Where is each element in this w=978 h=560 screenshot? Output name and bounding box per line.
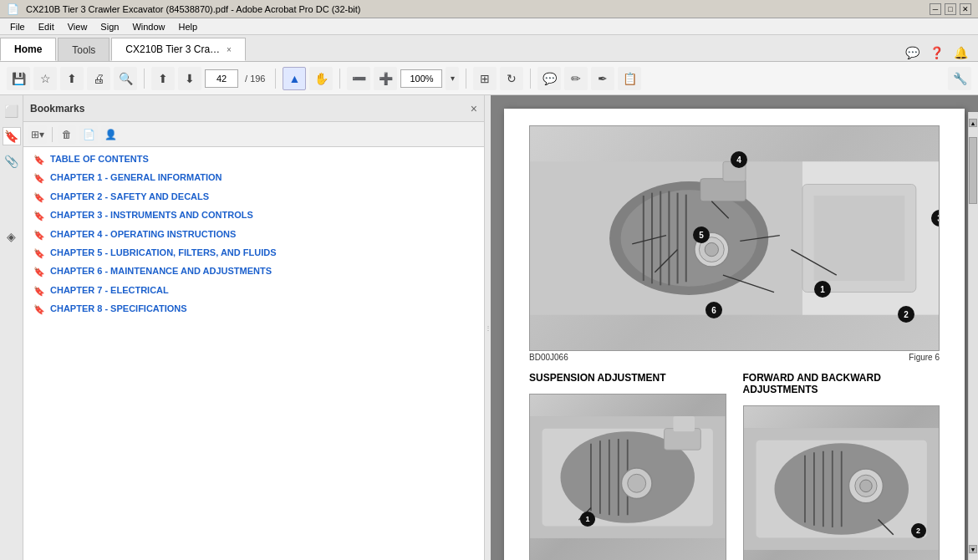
next-page-button[interactable]: ⬇ xyxy=(178,67,201,90)
page-number-input[interactable] xyxy=(205,69,238,88)
stamp-tool-button[interactable]: 📋 xyxy=(618,67,641,90)
svg-rect-16 xyxy=(814,196,905,281)
bookmark-ch1[interactable]: 🔖 CHAPTER 1 - GENERAL INFORMATION xyxy=(23,169,484,187)
bookmarks-list: 🔖 TABLE OF CONTENTS 🔖 CHAPTER 1 - GENERA… xyxy=(23,147,484,560)
toolbar: 💾 ☆ ⬆ 🖨 🔍 ⬆ ⬇ / 196 ▲ ✋ ➖ ➕ ▾ ⊞ ↻ 💬 ✏ ✒ … xyxy=(0,62,978,95)
num-circle-6: 6 xyxy=(705,302,722,318)
tab-tools[interactable]: Tools xyxy=(58,38,110,61)
bookmark-icon-ch8: 🔖 xyxy=(33,303,45,316)
bookmarks-close-button[interactable]: × xyxy=(471,102,477,115)
close-button[interactable]: ✕ xyxy=(960,3,971,15)
menu-bar: File Edit View Sign Window Help xyxy=(0,18,978,35)
notification-icon[interactable]: 🔔 xyxy=(954,46,968,59)
tab-home[interactable]: Home xyxy=(0,38,56,61)
page-total: / 196 xyxy=(245,74,265,84)
bookmark-icon-ch2: 🔖 xyxy=(33,191,45,204)
bookmarks-title: Bookmarks xyxy=(30,103,84,115)
toolbar-separator-2 xyxy=(275,69,276,89)
toolbar-separator-5 xyxy=(530,69,531,89)
svg-point-12 xyxy=(705,242,718,256)
draw-tool-button[interactable]: ✏ xyxy=(564,67,588,90)
bookmark-ch6[interactable]: 🔖 CHAPTER 6 - MAINTENANCE AND ADJUSTMENT… xyxy=(23,262,484,281)
bm-delete-btn[interactable]: 🗑 xyxy=(58,125,76,144)
bookmarks-icon-button[interactable]: 🔖 xyxy=(3,127,21,145)
bookmark-ch8[interactable]: 🔖 CHAPTER 8 - SPECIFICATIONS xyxy=(23,300,484,318)
tab-close-button[interactable]: × xyxy=(227,45,232,54)
right-sub-image: 2 xyxy=(743,405,940,560)
num-circle-1: 1 xyxy=(814,281,831,298)
svg-point-46 xyxy=(859,480,872,492)
prev-page-button[interactable]: ⬆ xyxy=(151,67,175,90)
bookmark-icon-ch4: 🔖 xyxy=(33,229,45,242)
menu-window[interactable]: Window xyxy=(125,20,171,33)
hand-tool-button[interactable]: ✋ xyxy=(309,67,333,90)
zoom-input[interactable] xyxy=(400,69,442,88)
left-column: SUSPENSION ADJUSTMENT xyxy=(529,372,726,560)
svg-point-3 xyxy=(621,190,757,286)
more-tools-button[interactable]: 🔧 xyxy=(948,67,971,90)
section1-title: SUSPENSION ADJUSTMENT xyxy=(529,372,726,384)
maximize-button[interactable]: □ xyxy=(945,3,956,15)
figure-label: BD00J066 xyxy=(529,353,568,362)
bm-sep-1 xyxy=(52,127,53,142)
menu-edit[interactable]: Edit xyxy=(32,20,61,33)
upload-button[interactable]: ⬆ xyxy=(60,67,84,90)
sign-tool-button[interactable]: ✒ xyxy=(591,67,614,90)
minimize-button[interactable]: ─ xyxy=(930,3,941,15)
bookmark-button[interactable]: ☆ xyxy=(33,67,57,90)
attachments-icon-button[interactable]: 📎 xyxy=(3,152,21,171)
left-sub-image: 1 xyxy=(529,394,726,560)
bookmark-ch4[interactable]: 🔖 CHAPTER 4 - OPERATING INSTRUCTIONS xyxy=(23,226,484,244)
bookmark-ch7[interactable]: 🔖 CHAPTER 7 - ELECTRICAL xyxy=(23,282,484,300)
sidebar-resize-handle[interactable]: ⋮ xyxy=(484,95,491,560)
right-column: FORWARD AND BACKWARD ADJUSTMENTS xyxy=(743,372,940,560)
pdf-page: 1 2 3 4 5 6 9 BD00J066 Figure 6 SUSPENSI… xyxy=(504,109,965,560)
toolbar-separator-4 xyxy=(466,69,466,89)
search-button[interactable]: 🔍 xyxy=(114,67,137,90)
main-figure-image: 1 2 3 4 5 6 9 xyxy=(529,125,940,351)
layers-icon-button[interactable]: ◈ xyxy=(3,227,21,246)
menu-view[interactable]: View xyxy=(61,20,94,33)
bookmark-ch5[interactable]: 🔖 CHAPTER 5 - LUBRICATION, FILTERS, AND … xyxy=(23,244,484,262)
save-button[interactable]: 💾 xyxy=(7,67,30,90)
bm-props-btn[interactable]: 👤 xyxy=(101,125,120,144)
pdf-content-area[interactable]: 1 2 3 4 5 6 9 BD00J066 Figure 6 SUSPENSI… xyxy=(491,95,978,560)
num-circle-2: 2 xyxy=(898,306,914,323)
bookmark-icon-ch5: 🔖 xyxy=(33,247,45,260)
help-icon[interactable]: ❓ xyxy=(930,46,944,59)
rotate-button[interactable]: ↻ xyxy=(500,67,523,90)
zoom-in-button[interactable]: ➕ xyxy=(374,67,397,90)
zoom-out-button[interactable]: ➖ xyxy=(347,67,370,90)
bm-add-btn[interactable]: 📄 xyxy=(79,125,98,144)
bookmark-ch2[interactable]: 🔖 CHAPTER 2 - SAFETY AND DECALS xyxy=(23,188,484,206)
bookmark-toc[interactable]: 🔖 TABLE OF CONTENTS xyxy=(23,150,484,169)
tab-document[interactable]: CX210B Tier 3 Cra… × xyxy=(111,38,246,61)
bookmark-icon-ch3: 🔖 xyxy=(33,210,45,222)
menu-file[interactable]: File xyxy=(3,20,32,33)
bookmarks-toolbar: ⊞▾ 🗑 📄 👤 xyxy=(23,122,484,147)
print-button[interactable]: 🖨 xyxy=(87,67,110,90)
two-column-section: SUSPENSION ADJUSTMENT xyxy=(529,372,940,560)
select-tool-button[interactable]: ▲ xyxy=(283,67,306,90)
bookmark-ch3[interactable]: 🔖 CHAPTER 3 - INSTRUMENTS AND CONTROLS xyxy=(23,206,484,225)
figure-caption: BD00J066 Figure 6 xyxy=(529,353,940,362)
bookmark-icon-ch6: 🔖 xyxy=(33,266,45,278)
sidebar-icon-rail: ⬜ 🔖 📎 ◈ xyxy=(0,95,23,560)
menu-help[interactable]: Help xyxy=(172,20,205,33)
toolbar-separator-3 xyxy=(339,69,340,89)
left-num-1: 1 xyxy=(580,512,595,527)
toolbar-separator-1 xyxy=(144,69,145,89)
svg-rect-33 xyxy=(665,429,701,451)
menu-sign[interactable]: Sign xyxy=(94,20,125,33)
main-layout: ⬜ 🔖 📎 ◈ Bookmarks × ⊞▾ 🗑 📄 👤 🔖 TABLE OF … xyxy=(0,95,978,560)
comment-icon[interactable]: 💬 xyxy=(905,46,919,59)
pages-icon-button[interactable]: ⬜ xyxy=(3,102,21,120)
fit-page-button[interactable]: ⊞ xyxy=(473,67,497,90)
bookmark-icon-ch7: 🔖 xyxy=(33,285,45,298)
comment-tool-button[interactable]: 💬 xyxy=(537,67,561,90)
section2-title: FORWARD AND BACKWARD ADJUSTMENTS xyxy=(743,372,940,395)
pdf-figure-area: 1 2 3 4 5 6 9 BD00J066 Figure 6 xyxy=(529,125,940,362)
bm-view-btn[interactable]: ⊞▾ xyxy=(28,125,47,144)
svg-rect-13 xyxy=(700,179,746,201)
zoom-dropdown-button[interactable]: ▾ xyxy=(446,67,459,90)
